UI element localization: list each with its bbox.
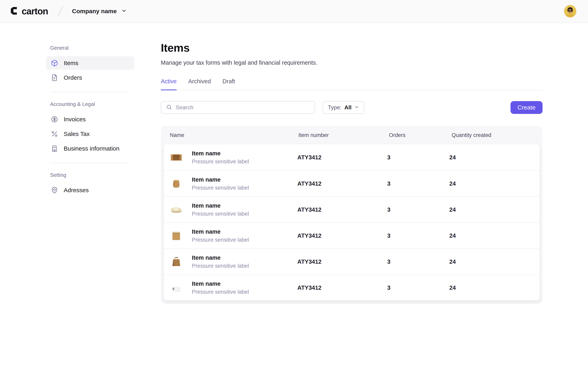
app-window: carton Company name (0, 0, 588, 385)
carton-logo[interactable]: carton (9, 6, 48, 17)
sidebar-section-setting: Setting (50, 172, 135, 178)
type-filter-dropdown[interactable]: Type: All (323, 101, 364, 114)
map-pin-icon (51, 187, 58, 194)
product-image-bubble-mailer (170, 229, 183, 242)
item-number: ATY3412 (297, 154, 387, 161)
item-sublabel: Pressure sensitive label (192, 237, 249, 243)
product-image-open-cardboard-box (170, 151, 183, 164)
item-name: Item name (192, 254, 249, 261)
sidebar-section-accounting-legal: Accounting & Legal (50, 101, 135, 107)
quantity-created: 24 (449, 206, 540, 213)
sidebar-item-orders[interactable]: Orders (46, 71, 135, 84)
sidebar-item-label: Items (64, 60, 78, 66)
sidebar-item-items[interactable]: Items (46, 56, 135, 70)
topbar: carton Company name (0, 0, 588, 23)
sidebar-item-business-information[interactable]: Business information (46, 142, 135, 155)
cube-icon (51, 60, 58, 67)
company-name: Company name (72, 8, 117, 15)
sidebar: General Items Orders Accounting & Legal (46, 45, 135, 198)
sidebar-section-general: General (50, 45, 135, 51)
breadcrumb-slash-icon (58, 5, 64, 17)
table-row[interactable]: Item name Pressure sensitive label ATY34… (164, 248, 540, 274)
item-number: ATY3412 (297, 206, 387, 213)
item-name: Item name (192, 228, 249, 235)
create-button[interactable]: Create (510, 101, 543, 114)
sidebar-item-sales-tax[interactable]: Sales Tax (46, 127, 135, 141)
table-body-card: Item name Pressure sensitive label ATY34… (164, 144, 540, 301)
column-header-orders: Orders (389, 132, 452, 138)
table-row[interactable]: Item name Pressure sensitive label ATY34… (164, 144, 540, 170)
carton-logo-icon (9, 6, 19, 16)
tab-bar: Active Archived Draft (161, 78, 543, 90)
item-number: ATY3412 (297, 180, 387, 187)
items-table: Name Item number Orders Quantity created (161, 126, 543, 304)
quantity-created: 24 (449, 154, 540, 161)
quantity-created: 24 (449, 232, 540, 239)
column-header-quantity-created: Quantity created (452, 132, 543, 138)
item-name: Item name (192, 150, 249, 157)
item-number: ATY3412 (297, 259, 387, 265)
company-selector[interactable]: Company name (72, 8, 127, 15)
chevron-down-icon (121, 8, 127, 14)
tab-active[interactable]: Active (161, 78, 177, 90)
orders-count: 3 (387, 206, 449, 213)
item-name: Item name (192, 203, 249, 209)
page-subtitle: Manage your tax forms with legal and fin… (161, 60, 543, 66)
column-header-name: Name (170, 132, 298, 138)
sidebar-item-invoices[interactable]: Invoices (46, 113, 135, 126)
item-sublabel: Pressure sensitive label (192, 211, 249, 217)
page-title: Items (161, 41, 543, 54)
table-row[interactable]: Item name Pressure sensitive label ATY34… (164, 274, 540, 301)
sidebar-item-label: Adresses (64, 187, 89, 194)
sidebar-item-label: Sales Tax (64, 131, 90, 137)
item-number: ATY3412 (297, 232, 387, 239)
sidebar-item-label: Invoices (64, 116, 86, 123)
orders-count: 3 (387, 154, 449, 161)
sidebar-divider (50, 92, 129, 92)
item-sublabel: Pressure sensitive label (192, 263, 249, 269)
avatar[interactable] (564, 5, 576, 18)
product-image-paper-shopping-bag (170, 255, 183, 268)
building-icon (51, 145, 58, 152)
item-sublabel: Pressure sensitive label (192, 159, 249, 165)
column-header-item-number: Item number (298, 132, 389, 138)
type-filter-value: All (344, 104, 352, 111)
orders-count: 3 (387, 284, 449, 291)
logo-text: carton (22, 6, 48, 17)
sidebar-item-label: Business information (64, 145, 119, 152)
search-input[interactable] (176, 104, 310, 111)
search-box (161, 101, 315, 114)
item-sublabel: Pressure sensitive label (192, 185, 249, 191)
table-row[interactable]: Item name Pressure sensitive label ATY34… (164, 170, 540, 196)
orders-count: 3 (387, 232, 449, 239)
toolbar: Type: All Create (161, 101, 543, 114)
item-sublabel: Pressure sensitive label (192, 289, 249, 295)
quantity-created: 24 (449, 180, 540, 187)
orders-count: 3 (387, 259, 449, 265)
file-text-icon (51, 74, 58, 81)
dollar-circle-icon (51, 116, 58, 123)
tab-draft[interactable]: Draft (223, 78, 235, 90)
table-header: Name Item number Orders Quantity created (161, 126, 543, 144)
sidebar-divider (50, 163, 129, 163)
sidebar-item-adresses[interactable]: Adresses (46, 183, 135, 197)
sidebar-item-label: Orders (64, 74, 82, 81)
table-row[interactable]: Item name Pressure sensitive label ATY34… (164, 196, 540, 223)
tab-archived[interactable]: Archived (188, 78, 211, 90)
product-image-kraft-stand-up-pouch (170, 177, 183, 190)
item-name: Item name (192, 281, 249, 287)
product-image-masking-tape-rolls (170, 203, 183, 216)
type-filter-label: Type: (328, 104, 341, 111)
product-image-paper-roll (170, 281, 183, 294)
item-number: ATY3412 (297, 284, 387, 291)
main-content: Items Manage your tax forms with legal a… (161, 41, 543, 304)
orders-count: 3 (387, 180, 449, 187)
search-icon (166, 104, 172, 111)
table-row[interactable]: Item name Pressure sensitive label ATY34… (164, 223, 540, 248)
item-name: Item name (192, 176, 249, 183)
quantity-created: 24 (449, 259, 540, 265)
chevron-down-icon (354, 105, 359, 110)
quantity-created: 24 (449, 284, 540, 291)
percent-icon (51, 130, 58, 138)
